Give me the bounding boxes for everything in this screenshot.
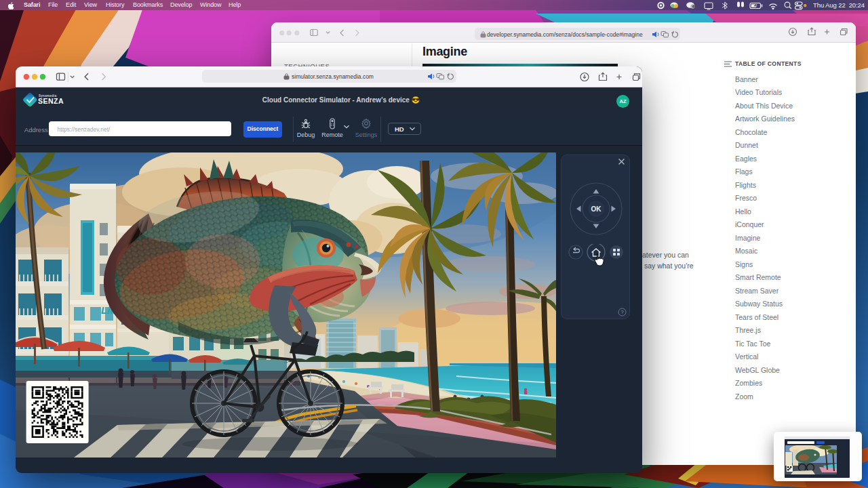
svg-text:OK: OK [591,205,602,213]
svg-text:?: ? [620,309,624,315]
